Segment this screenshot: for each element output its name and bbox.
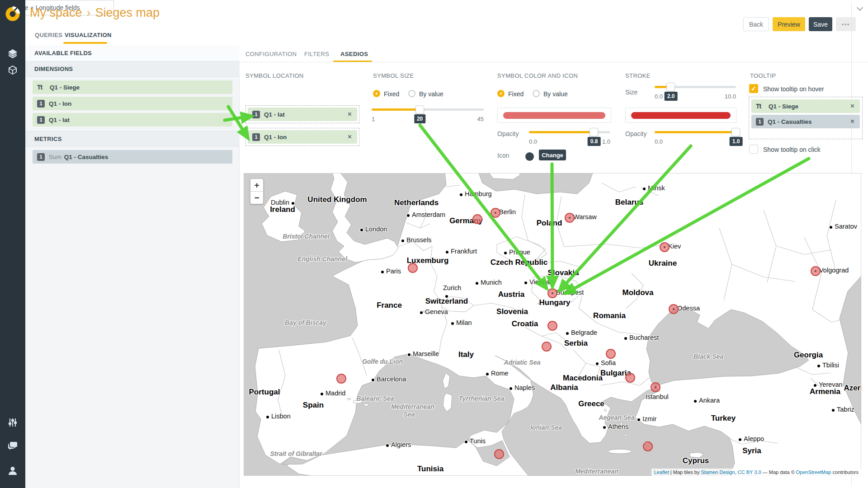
breadcrumb-root[interactable]: My space [30, 6, 82, 19]
map-marker[interactable] [494, 449, 504, 459]
tooltip-fields-dropzone[interactable]: Tt Q1 - Siege × 1 Q1 - Casualties × [749, 97, 863, 139]
tab-queries[interactable]: QUERIES [35, 32, 62, 38]
symbol-opacity-slider[interactable]: 0.0 1.0 0.8 [529, 129, 610, 147]
color-fixed-radio[interactable] [497, 90, 505, 97]
lon-field-chip[interactable]: 1 Q1 - lon × [248, 130, 357, 144]
preview-button[interactable]: Preview [773, 17, 805, 31]
slider-handle[interactable] [415, 105, 424, 114]
map-marker[interactable] [336, 374, 346, 384]
size-byvalue-radio[interactable] [408, 90, 415, 97]
country-label: Ireland [270, 205, 295, 214]
slider-track[interactable] [655, 131, 736, 133]
color-byvalue-radio[interactable] [533, 90, 540, 97]
close-icon[interactable]: × [850, 118, 854, 125]
slider-handle[interactable] [731, 128, 740, 136]
map-marker[interactable] [408, 263, 418, 273]
country-label: Albania [550, 383, 578, 392]
stroke-size-slider[interactable]: 0.0 10.0 2.0 [655, 84, 736, 102]
cc-link[interactable]: CC BY 3.0 [738, 469, 761, 475]
app-logo[interactable] [0, 5, 25, 22]
zoom-out-button[interactable]: − [250, 192, 263, 204]
sea-label: Golfe du Lion [362, 358, 403, 365]
comments-icon[interactable] [0, 440, 25, 451]
lat-field-chip[interactable]: 1 Q1 - lat × [248, 108, 357, 121]
stroke-opacity-slider[interactable]: 0.0 1.0 [655, 129, 736, 147]
map-marker[interactable] [542, 342, 552, 352]
leaflet-link[interactable]: Leaflet [654, 469, 669, 475]
symbol-size-slider[interactable]: 1 45 20 [372, 107, 484, 125]
map-marker[interactable] [625, 373, 635, 383]
check-icon: ✓ [751, 85, 756, 92]
city-name: Zurich [443, 284, 461, 291]
slider-handle[interactable] [590, 128, 598, 136]
map-marker[interactable] [547, 288, 557, 298]
city-dot [321, 393, 323, 395]
tab-visualization[interactable]: VISUALIZATION [65, 32, 112, 38]
stamen-link[interactable]: Stamen Design [701, 469, 735, 475]
field-label: Q1 - Casualties [64, 154, 108, 160]
map-marker[interactable] [651, 382, 660, 392]
city-dot [292, 202, 294, 205]
metric-field-casualties[interactable]: 1 Sum Q1 - Casualties [33, 150, 232, 164]
tooltip-click-label: Show tooltip on click [763, 146, 821, 153]
city-name: Tabriz [837, 406, 854, 413]
latitude-dropzone[interactable]: 1 Q1 - lat × [245, 105, 359, 123]
country-label: Slovenia [496, 307, 528, 316]
symbol-color-swatch[interactable] [497, 108, 611, 123]
number-type-icon: 1 [37, 153, 45, 161]
map-marker[interactable] [811, 266, 821, 276]
map-marker[interactable] [491, 208, 500, 218]
sea-label: Aegean Sea [599, 414, 634, 421]
stroke-color-swatch[interactable] [625, 108, 736, 123]
text-type-icon: Tt [756, 103, 764, 110]
close-icon[interactable]: × [348, 111, 352, 118]
map-marker[interactable] [547, 321, 557, 331]
tooltip-hover-checkbox[interactable]: ✓ [749, 84, 758, 93]
tab-filters[interactable]: FILTERS [304, 51, 329, 57]
slider-fill [372, 108, 420, 111]
country-label: Czech Republic [491, 258, 548, 267]
settings-sliders-icon[interactable] [0, 418, 25, 427]
country-label: Croatia [512, 319, 538, 328]
size-fixed-radio[interactable] [373, 90, 380, 97]
dimension-field-siege[interactable]: Tt Q1 - Siege [33, 80, 232, 94]
leaflet-map[interactable]: IrelandUnited KingdomNetherlandsGermanyP… [244, 173, 861, 476]
slider-track[interactable] [529, 131, 610, 133]
map-marker[interactable] [669, 304, 679, 314]
back-button[interactable]: Back [743, 17, 769, 31]
tab-configuration[interactable]: CONFIGURATION [245, 51, 297, 57]
slider-handle[interactable] [666, 83, 675, 91]
close-icon[interactable]: × [850, 103, 854, 110]
zoom-in-button[interactable]: + [250, 179, 263, 192]
close-icon[interactable]: × [348, 133, 352, 141]
field-label: Q1 - lon [49, 100, 71, 107]
map-marker[interactable] [472, 214, 482, 224]
city-name: Volgograd [819, 267, 849, 274]
map-marker[interactable] [660, 242, 670, 252]
layers-icon[interactable] [0, 48, 25, 59]
map-marker[interactable] [565, 213, 575, 223]
city-dot [832, 409, 835, 412]
city-dot [596, 362, 599, 365]
tab-asedios[interactable]: ASEDIOS [340, 51, 368, 57]
city-name: Rome [491, 370, 509, 377]
user-icon[interactable] [0, 465, 25, 476]
slider-max: 10.0 [725, 93, 736, 100]
save-button[interactable]: Save [809, 17, 832, 31]
map-marker[interactable] [606, 349, 616, 359]
dimension-field-lat[interactable]: 1 Q1 - lat [33, 113, 232, 127]
longitude-dropzone[interactable]: 1 Q1 - lon × [245, 128, 359, 146]
dimension-field-lon[interactable]: 1 Q1 - lon [33, 97, 232, 110]
cube-icon[interactable] [0, 65, 25, 75]
tooltip-field-siege[interactable]: Tt Q1 - Siege × [751, 99, 860, 113]
slider-track[interactable] [372, 108, 484, 111]
country-label: Armenia [810, 387, 840, 396]
osm-link[interactable]: OpenStreetMap [796, 469, 831, 475]
tooltip-click-checkbox[interactable] [749, 145, 758, 154]
more-options-button[interactable]: ••• [836, 17, 856, 31]
tooltip-field-casualties[interactable]: 1 Q1 - Casualties × [751, 115, 860, 128]
city-name: Frankfurt [451, 248, 477, 255]
change-icon-button[interactable]: Change [539, 150, 566, 160]
current-icon-swatch[interactable] [525, 152, 534, 161]
map-marker[interactable] [643, 441, 653, 451]
